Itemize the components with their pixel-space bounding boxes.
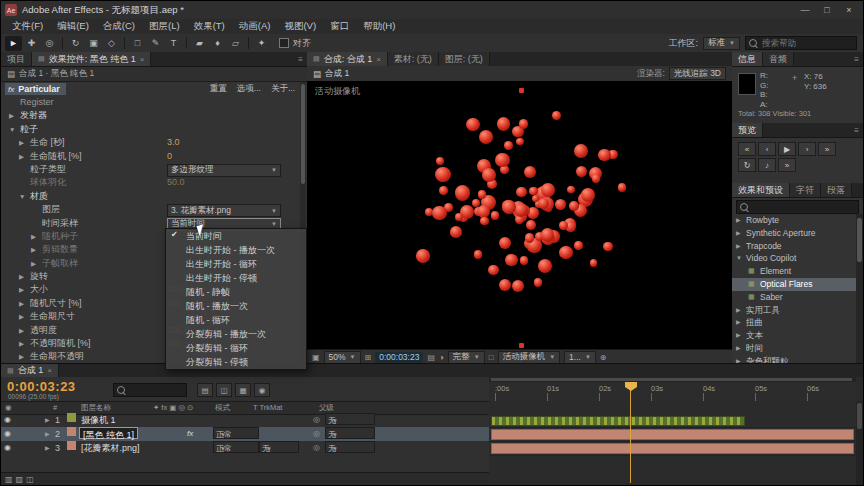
tree-folder[interactable]: ▶文本 (732, 329, 856, 342)
in-out-toggle-icon[interactable]: ◫ (26, 475, 34, 484)
eye-icon[interactable]: ◉ (4, 413, 11, 427)
parent-select[interactable]: 无▼ (325, 413, 375, 425)
expand-arrow-icon[interactable]: ▶ (19, 270, 24, 283)
preview-option-button[interactable]: ↻ (738, 158, 756, 172)
particle-type-select[interactable]: 多边形纹理▼ (167, 164, 281, 177)
pickwhip-icon[interactable]: ◎ (313, 441, 320, 455)
layer-name-edit[interactable]: [黑色 纯色 1] (79, 427, 138, 439)
transport-button[interactable]: ▶ (778, 142, 796, 156)
expand-arrow-icon[interactable]: ▶ (19, 297, 24, 310)
layer-name[interactable]: [花瓣素材.png] (81, 441, 140, 455)
workspace-select[interactable]: 标准▼ (703, 37, 740, 50)
tree-folder[interactable]: ▶扭曲 (732, 316, 856, 329)
effect-row-emitter[interactable]: ▶发射器 (1, 109, 307, 122)
expand-arrow-icon[interactable]: ▶ (45, 413, 50, 427)
timeline-tracks[interactable] (489, 401, 856, 485)
tree-folder[interactable]: ▶时间 (732, 342, 856, 355)
zoom-select[interactable]: 50%▼ (324, 351, 361, 364)
grid-guides-icon[interactable]: ⊞ (365, 353, 372, 362)
dropdown-option[interactable]: 出生时开始 - 播放一次 (166, 243, 306, 257)
layer-switches-toggle-icon[interactable]: ▥ (5, 475, 13, 484)
expand-arrow-icon[interactable]: ▶ (19, 136, 24, 149)
about-link[interactable]: 关于... (271, 83, 295, 95)
layer-name[interactable]: 摄像机 1 (81, 413, 116, 427)
camera-view-select[interactable]: 活动摄像机▼ (498, 351, 560, 364)
menu-item[interactable]: 合成(C) (96, 20, 142, 33)
effect-row-texture[interactable]: ▼材质 (1, 190, 307, 203)
align-checkbox[interactable] (279, 38, 289, 48)
tab-info[interactable]: 信息 (732, 52, 763, 66)
register-link[interactable]: Register (1, 96, 307, 109)
collapse-arrow-icon[interactable]: ▼ (9, 123, 15, 136)
help-search-input[interactable] (760, 37, 853, 49)
menu-item[interactable]: 动画(A) (232, 20, 278, 33)
minimize-button[interactable]: — (795, 3, 815, 17)
rotate-tool-icon[interactable]: ↻ (67, 36, 84, 51)
tree-folder[interactable]: ▶Rowbyte (732, 214, 856, 227)
tree-folder[interactable]: ▼Video Copilot (732, 252, 856, 265)
expand-arrow-icon[interactable]: ▶ (19, 310, 24, 323)
selection-tool-icon[interactable]: ► (5, 36, 22, 51)
dropdown-option[interactable]: 当前时间 (166, 229, 306, 243)
effect-row-sphere-feather[interactable]: 球体羽化50.0 (1, 176, 307, 189)
menu-item[interactable]: 图层(L) (142, 20, 187, 33)
transport-button[interactable]: › (798, 142, 816, 156)
channels-icon[interactable]: ◑ (439, 353, 444, 362)
tree-folder[interactable]: ▶杂色和颗粒 (732, 355, 856, 363)
eraser-tool-icon[interactable]: ▱ (227, 36, 244, 51)
composition-mini-flowchart-icon[interactable]: ▤ (197, 383, 213, 397)
work-area-bar[interactable] (489, 377, 856, 382)
timeline-search-input[interactable] (128, 384, 183, 396)
preview-option-button[interactable]: » (778, 158, 796, 172)
layer-row-camera[interactable]: ◉ ▶ 1 摄像机 1 ◎ 无▼ (1, 413, 489, 427)
tree-effect-selected[interactable]: ▦Optical Flares (732, 278, 856, 291)
expand-arrow-icon[interactable]: ▶ (19, 350, 24, 363)
panel-menu-icon[interactable]: ≡ (294, 52, 307, 66)
dropdown-option[interactable]: 出生时开始 - 停顿 (166, 271, 306, 285)
expand-arrow-icon[interactable]: ▶ (9, 109, 14, 122)
presets-search-input[interactable] (751, 201, 855, 213)
snapshot-camera-icon[interactable]: ▤ (427, 353, 435, 362)
motion-blur-icon[interactable]: ◉ (254, 383, 270, 397)
tree-effect[interactable]: ▦Element (732, 265, 856, 278)
footer-timecode[interactable]: 0:00:03:23 (375, 352, 423, 363)
tab-effect-controls[interactable]: ▤效果控件: 黑色 纯色 1× (32, 52, 151, 66)
transport-button[interactable]: ‹ (758, 142, 776, 156)
dropdown-option[interactable]: 出生时开始 - 循环 (166, 257, 306, 271)
pickwhip-icon[interactable]: ◎ (313, 413, 320, 427)
frame-blend-icon[interactable]: ▦ (235, 383, 251, 397)
tab-audio[interactable]: 音频 (763, 52, 794, 66)
layer-row-solid[interactable]: ◉ ▶ 2 [黑色 纯色 1] fx 正常▼ ◎ 无▼ (1, 427, 489, 441)
tab-timeline-comp[interactable]: ▤合成 1× (1, 364, 59, 377)
parent-select[interactable]: 无▼ (325, 427, 375, 439)
current-timecode[interactable]: 0:00:03:23 (7, 379, 76, 394)
tree-folder[interactable]: ▶实用工具 (732, 304, 856, 317)
texture-layer-select[interactable]: 3. 花瓣素材.png▼ (167, 204, 281, 217)
roi-icon[interactable]: □ (489, 353, 494, 362)
close-icon[interactable]: × (47, 366, 52, 375)
label-color-chip[interactable] (67, 413, 76, 422)
scrollbar-thumb[interactable] (301, 84, 305, 184)
expand-arrow-icon[interactable]: ▶ (19, 337, 24, 350)
menu-item[interactable]: 编辑(E) (50, 20, 96, 33)
dropdown-option[interactable]: 随机 - 循环 (166, 313, 306, 327)
track-row[interactable] (489, 441, 856, 456)
effect-row-particle-type[interactable]: 粒子类型多边形纹理▼ (1, 163, 307, 176)
dropdown-option[interactable]: 分裂剪辑 - 停顿 (166, 355, 306, 369)
preview-option-button[interactable]: ♪ (758, 158, 776, 172)
solid-layer-bar[interactable] (491, 429, 854, 440)
pan-behind-tool-icon[interactable]: ◇ (103, 36, 120, 51)
menu-item[interactable]: 窗口 (323, 20, 356, 33)
expand-arrow-icon[interactable]: ▶ (45, 427, 50, 441)
blend-mode-select[interactable]: 正常▼ (213, 427, 259, 439)
shape-tool-icon[interactable]: □ (129, 36, 146, 51)
menu-item[interactable]: 视图(V) (277, 20, 323, 33)
tab-character[interactable]: 字符 (790, 183, 821, 197)
reset-link[interactable]: 重置 (210, 83, 227, 95)
parent-select[interactable]: 无▼ (325, 441, 375, 453)
type-tool-icon[interactable]: T (165, 36, 182, 51)
pickwhip-icon[interactable]: ◎ (313, 427, 320, 441)
tab-project[interactable]: 项目 (1, 52, 32, 66)
camera-tool-icon[interactable]: ▣ (85, 36, 102, 51)
eye-icon[interactable]: ◉ (4, 427, 11, 441)
